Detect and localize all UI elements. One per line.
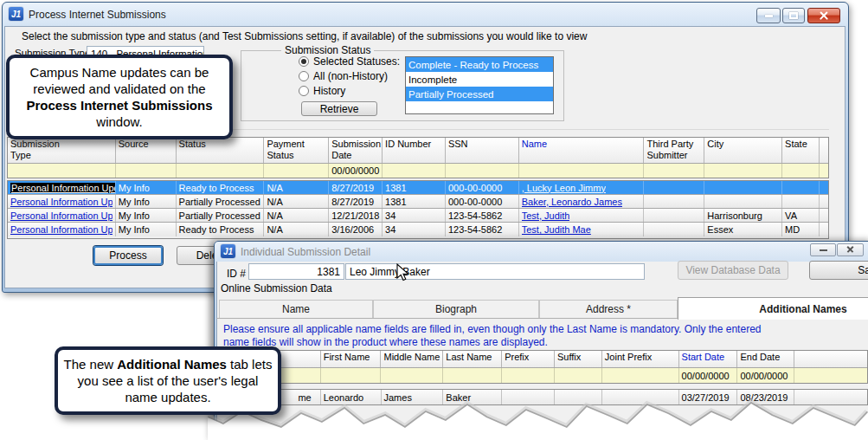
col-header-state[interactable]: State <box>782 138 820 163</box>
cell-state <box>782 195 820 208</box>
minimize-icon[interactable] <box>756 8 781 23</box>
filter-cell[interactable] <box>704 164 782 178</box>
name-field[interactable]: Leo Jimmy Baker <box>345 263 645 280</box>
filter-cell[interactable] <box>502 368 555 383</box>
filter-cell[interactable] <box>602 368 679 383</box>
submission-row[interactable]: Personal Information Upd My Info Partial… <box>8 209 828 223</box>
submission-row-selected[interactable]: Personal Information Upd My Info Ready t… <box>8 181 828 195</box>
close-glyph <box>819 10 829 21</box>
cell-submission-type[interactable]: Personal Information Upd <box>8 209 116 222</box>
cell-city <box>704 181 782 194</box>
status-listbox[interactable]: Complete - Ready to Process Incomplete P… <box>405 56 554 114</box>
col-header-start-date[interactable]: Start Date <box>679 351 738 367</box>
cell-name[interactable]: Baker, Leonardo James <box>519 195 645 208</box>
filter-cell[interactable] <box>644 164 704 178</box>
filter-cell[interactable] <box>321 368 382 383</box>
cell-name[interactable]: , Lucky Leon Jimmy <box>519 181 645 194</box>
filter-cell[interactable] <box>782 164 820 178</box>
id-label: ID # <box>227 268 246 280</box>
submissions-grid-rows-block: Personal Information Upd My Info Ready t… <box>7 180 829 239</box>
minimize-icon[interactable] <box>810 243 836 256</box>
col-header-first-name[interactable]: First Name <box>321 351 382 367</box>
submission-link[interactable]: Personal Information Upd <box>10 210 113 221</box>
status-option-partially-processed[interactable]: Partially Processed <box>406 87 553 101</box>
col-header-last-name[interactable]: Last Name <box>443 351 502 367</box>
tab-additional-names[interactable]: Additional Names <box>678 297 868 320</box>
filter-cell[interactable] <box>446 164 519 178</box>
col-header-city[interactable]: City <box>704 138 782 163</box>
radio-all-non-history[interactable]: All (non-History) <box>299 70 388 82</box>
filter-cell[interactable] <box>443 368 502 383</box>
filter-cell[interactable] <box>381 368 443 383</box>
tab-address[interactable]: Address * <box>539 300 678 318</box>
col-header-joint-prefix[interactable]: Joint Prefix <box>602 351 679 367</box>
col-header-status[interactable]: Status <box>177 138 265 163</box>
cell-status: Ready to Process <box>177 181 265 194</box>
cell-submission-type[interactable]: Personal Information Upd <box>8 181 116 194</box>
cell-name[interactable]: Test, Judith <box>519 209 645 222</box>
filter-cell[interactable] <box>555 368 602 383</box>
radio-label: History <box>313 85 345 97</box>
tab-name[interactable]: Name <box>219 300 373 318</box>
maximize-icon[interactable] <box>782 8 805 23</box>
callout-campus-name: Campus Name updates can be reviewed and … <box>6 55 233 139</box>
cell-status: Partially Processed <box>177 209 265 222</box>
col-header-suffix[interactable]: Suffix <box>555 351 602 367</box>
filter-date-cell[interactable]: 00/00/0000 <box>329 164 383 178</box>
filter-filler <box>820 164 828 178</box>
name-link[interactable]: Test, Judith Mae <box>522 224 591 235</box>
col-header-filler <box>794 351 867 367</box>
cell-submission-type[interactable]: Personal Information Upd <box>8 195 116 208</box>
filter-cell[interactable] <box>8 164 116 178</box>
process-button[interactable]: Process <box>93 246 163 265</box>
close-icon[interactable] <box>807 8 840 23</box>
view-database-data-label: View Database Data <box>685 264 780 276</box>
col-header-name[interactable]: Name <box>519 138 645 163</box>
name-link[interactable]: Baker, Leonardo James <box>522 197 622 207</box>
col-header-prefix[interactable]: Prefix <box>502 351 555 367</box>
col-header-submission-date[interactable]: Submission Date <box>329 138 383 163</box>
minimize-glyph <box>765 15 773 17</box>
name-value: Leo Jimmy Baker <box>350 266 430 278</box>
cell-name[interactable]: Test, Judith Mae <box>519 223 645 236</box>
name-link[interactable]: Test, Judith <box>522 210 570 221</box>
col-header-end-date[interactable]: End Date <box>737 351 794 367</box>
cell-id: 1381 <box>383 181 446 194</box>
filter-cell[interactable] <box>264 164 329 178</box>
col-header-id-number[interactable]: ID Number <box>383 138 446 163</box>
save-button[interactable]: Save <box>809 261 868 280</box>
name-link[interactable]: , Lucky Leon Jimmy <box>522 183 606 193</box>
submission-link[interactable]: Personal Information Upd <box>10 224 113 235</box>
filter-cell[interactable] <box>116 164 177 178</box>
cell-city: Essex <box>704 223 782 236</box>
col-header-submission-type[interactable]: Submission Type <box>8 138 116 163</box>
tab-biograph[interactable]: Biograph <box>373 300 539 318</box>
status-option-complete[interactable]: Complete - Ready to Process <box>406 57 553 72</box>
col-header-payment-status[interactable]: Payment Status <box>264 138 329 163</box>
submission-link[interactable]: Personal Information Upd <box>10 197 113 207</box>
col-header-ssn[interactable]: SSN <box>446 138 519 163</box>
filter-cell[interactable] <box>519 164 645 178</box>
col-header-third-party[interactable]: Third Party Submitter <box>644 138 704 163</box>
col-header-source[interactable]: Source <box>116 138 177 163</box>
retrieve-button[interactable]: Retrieve <box>301 101 377 116</box>
col-header-middle-name[interactable]: Middle Name <box>381 351 443 367</box>
cell-source: My Info <box>116 223 177 236</box>
close-icon[interactable] <box>837 243 864 256</box>
cell-submission-type[interactable]: Personal Information Upd <box>8 223 116 236</box>
cell-filler <box>820 223 828 236</box>
radio-history[interactable]: History <box>299 85 345 97</box>
id-field[interactable]: 1381 <box>248 263 344 280</box>
close-glyph <box>845 245 855 255</box>
cell-date: 3/16/2006 <box>329 223 383 236</box>
focused-link[interactable]: Personal Information Upd <box>10 183 116 193</box>
filter-end-date-cell[interactable]: 00/00/0000 <box>737 368 794 383</box>
filter-cell[interactable] <box>383 164 446 178</box>
submission-row[interactable]: Personal Information Upd My Info Partial… <box>8 195 828 209</box>
radio-selected-statuses[interactable]: Selected Statuses: <box>299 55 400 68</box>
filter-start-date-cell[interactable]: 00/00/0000 <box>679 368 738 383</box>
cell-payment: N/A <box>264 195 329 208</box>
status-option-incomplete[interactable]: Incomplete <box>406 72 553 87</box>
submission-row[interactable]: Personal Information Upd My Info Ready t… <box>8 223 828 236</box>
filter-cell[interactable] <box>177 164 265 178</box>
